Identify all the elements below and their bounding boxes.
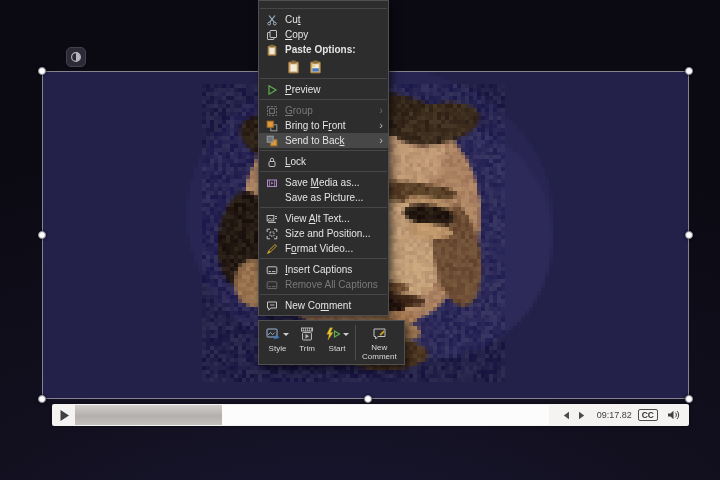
menu-item-group: Group›	[259, 103, 388, 118]
seek-bar[interactable]	[75, 405, 549, 425]
toolbar-button-label: New Comment	[362, 343, 397, 361]
context-menu: CutCopyPaste Options:PreviewGroup›Bring …	[258, 0, 389, 316]
menu-item-label: New Comment	[285, 298, 383, 313]
insert-captions-icon	[266, 264, 285, 276]
menu-separator	[260, 294, 387, 295]
toolbar-button-style[interactable]: Style	[262, 323, 293, 362]
menu-item-label: Format Video...	[285, 241, 383, 256]
paste-keep-formatting-icon	[287, 60, 301, 74]
menu-item-label: View Alt Text...	[285, 211, 383, 226]
selection-handle-mid-right[interactable]	[685, 231, 693, 239]
submenu-arrow-icon: ›	[379, 119, 383, 132]
menu-item-save-media-as[interactable]: Save Media as...	[259, 175, 388, 190]
style-icon	[266, 327, 281, 341]
toolbar-button-label: Start	[329, 344, 346, 353]
selection-handle-bottom-right[interactable]	[685, 395, 693, 403]
size-position-icon	[266, 228, 285, 240]
menu-separator	[260, 171, 387, 172]
menu-item-label: Cut	[285, 12, 383, 27]
trim-icon	[300, 327, 314, 341]
selection-handle-mid-left[interactable]	[38, 231, 46, 239]
menu-item-paste-keep-source-formatting[interactable]	[285, 58, 302, 75]
toolbar-button-label: Trim	[299, 344, 315, 353]
menu-item-label: Save Media as...	[285, 175, 383, 190]
closed-captions-button[interactable]: CC	[638, 409, 658, 422]
slide-canvas: 09:17.82 CC CutCopyPaste Options:Preview…	[0, 0, 720, 480]
menu-separator	[260, 150, 387, 151]
menu-item-label: Save as Picture...	[285, 190, 383, 205]
menu-item-label: Preview	[285, 82, 383, 97]
menu-item-view-alt-text[interactable]: View Alt Text...	[259, 211, 388, 226]
remove-captions-icon	[266, 279, 285, 291]
scissors-icon	[266, 14, 285, 26]
comment-icon	[372, 327, 387, 341]
toolbar-button-new-comment[interactable]: New Comment	[358, 323, 401, 362]
new-comment-icon	[266, 300, 285, 312]
menu-separator	[260, 99, 387, 100]
paste-as-picture-icon	[309, 60, 323, 74]
menu-item-cut[interactable]: Cut	[259, 12, 388, 27]
seek-back-button[interactable]	[559, 411, 574, 420]
menu-separator	[260, 258, 387, 259]
submenu-arrow-icon: ›	[379, 104, 383, 117]
menu-separator	[260, 78, 387, 79]
seek-forward-button[interactable]	[574, 411, 589, 420]
menu-item-paste-as-picture[interactable]	[307, 58, 324, 75]
dropdown-caret-icon	[343, 333, 349, 336]
menu-item-new-comment[interactable]: New Comment	[259, 298, 388, 313]
lock-icon	[266, 156, 285, 168]
menu-item-label: Send to Back	[285, 133, 379, 148]
menu-separator	[260, 8, 387, 9]
toolbar-separator	[355, 325, 356, 360]
floating-button[interactable]	[66, 47, 86, 67]
menu-item-copy[interactable]: Copy	[259, 27, 388, 42]
menu-item-insert-captions[interactable]: Insert Captions	[259, 262, 388, 277]
menu-item-bring-to-front[interactable]: Bring to Front›	[259, 118, 388, 133]
toolbar-button-start[interactable]: Start	[321, 323, 353, 362]
preview-icon	[266, 84, 285, 96]
play-button[interactable]	[56, 409, 73, 422]
submenu-arrow-icon: ›	[379, 134, 383, 147]
send-to-back-icon	[266, 135, 285, 147]
menu-item-save-as-picture[interactable]: Save as Picture...	[259, 190, 388, 205]
selection-handle-bottom-mid[interactable]	[364, 395, 372, 403]
selection-handle-top-left[interactable]	[38, 67, 46, 75]
mini-toolbar: StyleTrimStartNew Comment	[258, 320, 405, 365]
alt-text-icon	[266, 213, 285, 225]
start-icon	[325, 327, 341, 341]
menu-item-preview[interactable]: Preview	[259, 82, 388, 97]
format-video-icon	[266, 243, 285, 255]
selection-handle-bottom-left[interactable]	[38, 395, 46, 403]
menu-item-label: Group	[285, 103, 379, 118]
toolbar-button-label: Style	[269, 344, 287, 353]
toolbar-button-trim[interactable]: Trim	[293, 323, 321, 362]
save-media-icon	[266, 177, 285, 189]
menu-item-label: Bring to Front	[285, 118, 379, 133]
menu-item-label: Remove All Captions	[285, 277, 383, 292]
menu-item-label: Size and Position...	[285, 226, 383, 241]
icon-spacer	[266, 192, 285, 204]
menu-item-remove-all-captions: Remove All Captions	[259, 277, 388, 292]
seek-progress	[75, 405, 222, 425]
bring-to-front-icon	[266, 120, 285, 132]
menu-item-paste-options[interactable]: Paste Options:	[259, 42, 388, 57]
group-icon	[266, 105, 285, 117]
paste-options-row	[259, 57, 388, 76]
menu-item-label: Insert Captions	[285, 262, 383, 277]
clipboard-icon	[266, 44, 285, 56]
menu-item-label: Lock	[285, 154, 383, 169]
dropdown-caret-icon	[283, 333, 289, 336]
volume-button[interactable]	[664, 409, 683, 421]
time-display: 09:17.82	[597, 410, 632, 420]
menu-item-lock[interactable]: Lock	[259, 154, 388, 169]
half-circle-icon	[70, 51, 82, 63]
menu-clipped-item	[259, 1, 388, 6]
menu-item-label: Copy	[285, 27, 383, 42]
menu-item-label: Paste Options:	[285, 42, 383, 57]
media-control-bar: 09:17.82 CC	[52, 404, 689, 426]
copy-icon	[266, 29, 285, 41]
menu-item-size-and-position[interactable]: Size and Position...	[259, 226, 388, 241]
menu-item-format-video[interactable]: Format Video...	[259, 241, 388, 256]
selection-handle-top-right[interactable]	[685, 67, 693, 75]
menu-item-send-to-back[interactable]: Send to Back›	[259, 133, 388, 148]
